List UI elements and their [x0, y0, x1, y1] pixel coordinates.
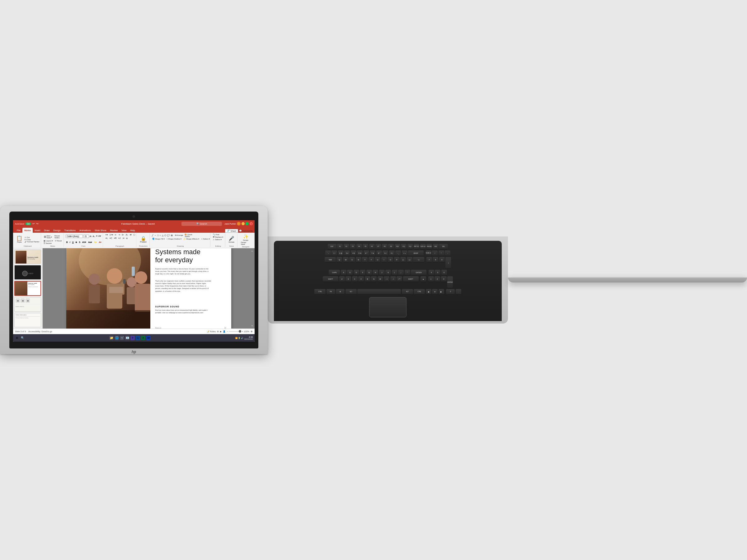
reset-button[interactable]: ↺ Reset — [54, 240, 62, 242]
align-center-button[interactable]: ≡C — [109, 237, 113, 240]
tab-design[interactable]: Design — [51, 228, 62, 233]
key-p[interactable]: P — [394, 257, 400, 263]
key-u[interactable]: U — [375, 257, 380, 263]
key-f11[interactable]: F11 — [401, 244, 407, 249]
key-num8[interactable]: 8 — [433, 257, 438, 263]
key-s[interactable]: S — [347, 270, 353, 275]
key-semicolon[interactable]: ; : — [398, 270, 404, 275]
key-tab[interactable]: TAB — [325, 257, 336, 263]
slides-panel[interactable]: 1 Systems made for everyday 2 — [13, 248, 43, 328]
convert-button[interactable]: ⇌ — [129, 233, 132, 236]
share-button[interactable]: 🔗 Share — [225, 229, 238, 233]
key-ctrl-r[interactable]: CTRL — [414, 289, 425, 295]
taskbar-folder-icon[interactable]: 📁 — [109, 336, 113, 340]
font-name-input[interactable]: Calibri (Body) — [66, 235, 83, 238]
maximize-button[interactable]: □ — [246, 222, 249, 225]
user-avatar[interactable]: J — [237, 222, 240, 225]
key-minus[interactable]: - _ — [395, 250, 401, 256]
key-del[interactable]: DEL — [439, 244, 448, 249]
font-color-btn2[interactable]: A▾ — [98, 241, 102, 244]
key-num3[interactable]: 3 — [441, 276, 447, 282]
key-fn[interactable]: FN — [327, 289, 335, 295]
select-all-button[interactable]: ⊹ Select ▾ — [212, 238, 222, 240]
font-decrease-button[interactable]: A↓ — [93, 235, 95, 237]
key-n[interactable]: N — [371, 276, 377, 282]
key-x[interactable]: X — [345, 276, 351, 282]
tab-file[interactable]: File — [15, 228, 22, 233]
scroll-up-button[interactable]: ▲ — [251, 249, 253, 252]
slide-thumb-4[interactable]: 4 ⊞ ⊞ ⊞ AUDIO SPECS — [14, 297, 41, 312]
key-arrow-down[interactable]: ▼ — [432, 289, 438, 295]
key-2[interactable]: 2 @ — [338, 250, 344, 256]
copy-button[interactable]: ⎘ Copy — [24, 239, 40, 240]
scroll-down-button[interactable]: ▼ — [251, 324, 253, 327]
tab-slideshow[interactable]: Slide Show — [93, 228, 108, 233]
new-slide-button[interactable]: ⊞ NewSlide ▾ — [43, 234, 53, 239]
taskbar-mail-icon[interactable]: 📧 — [125, 336, 129, 340]
tab-home[interactable]: Home — [22, 228, 33, 233]
decrease-indent-button[interactable]: ⇤ — [114, 233, 117, 236]
smartart-button[interactable]: ⬡ — [133, 233, 136, 236]
key-5[interactable]: 5 % — [357, 250, 363, 256]
key-i[interactable]: I — [381, 257, 387, 263]
key-f[interactable]: F — [360, 270, 365, 275]
key-num1[interactable]: 1 — [428, 276, 434, 282]
numbering-button[interactable]: 1≡▾ — [109, 233, 114, 236]
justify-button[interactable]: ≡J — [118, 237, 121, 240]
start-button[interactable]: ⊞ — [15, 336, 19, 340]
key-space[interactable] — [357, 289, 401, 295]
key-a[interactable]: A — [341, 270, 346, 275]
key-num4[interactable]: 4 — [429, 270, 434, 275]
key-e[interactable]: E — [349, 257, 355, 263]
notes-button[interactable]: 📝 Notes — [207, 330, 216, 333]
key-quote[interactable]: ' " — [405, 270, 410, 275]
italic-button[interactable]: I — [69, 241, 71, 244]
key-caps[interactable]: CAPS — [329, 270, 340, 275]
key-num9[interactable]: 9 — [439, 257, 445, 263]
key-numlock[interactable]: NUM LK — [426, 250, 431, 256]
taskbar-outlook-icon[interactable]: O — [136, 336, 140, 340]
slide-show-button[interactable]: ▶ — [220, 330, 222, 333]
key-m[interactable]: M — [378, 276, 383, 282]
key-rbracket[interactable]: ] } — [407, 257, 412, 263]
tab-transitions[interactable]: Transitions — [62, 228, 77, 233]
layout-button[interactable]: ▦ Layout ▾ — [43, 240, 54, 242]
taskbar-edge-icon[interactable]: 🌐 — [114, 336, 119, 340]
key-f6[interactable]: F6 — [369, 244, 375, 249]
increase-indent-button[interactable]: ⇥ — [118, 233, 121, 236]
canvas-area[interactable]: ▲ — [43, 248, 255, 328]
shadow-button[interactable]: S — [78, 241, 81, 244]
key-win[interactable]: ⊞ — [336, 289, 344, 295]
slide-thumb-5[interactable]: 5 Order Information Product details and … — [14, 313, 41, 327]
tab-insert[interactable]: Insert — [33, 228, 42, 233]
key-o[interactable]: O — [387, 257, 393, 263]
paste-button[interactable]: 📋 Paste — [15, 233, 23, 245]
key-esc[interactable]: ESC — [328, 244, 336, 249]
key-c[interactable]: C — [352, 276, 358, 282]
undo-icon[interactable]: ↩ — [32, 222, 35, 225]
key-r[interactable]: R — [356, 257, 361, 263]
design-ideas-button[interactable]: ✨ Design Design Ideas — [239, 233, 252, 246]
key-k[interactable]: K — [385, 270, 391, 275]
touchpad[interactable] — [369, 297, 407, 317]
key-ctrl-l[interactable]: CTRL — [314, 289, 326, 295]
highlight-button[interactable]: A▾ — [93, 241, 97, 244]
shape-arrow-icon[interactable]: → — [154, 234, 157, 237]
key-num-divide[interactable]: / — [432, 250, 438, 256]
slide-sorter-button[interactable]: ⊞ — [217, 330, 219, 333]
key-f1[interactable]: F1 — [337, 244, 343, 249]
shape-outline-button[interactable]: □ Shape Outline ▾ — [166, 238, 182, 240]
key-num0[interactable]: 0 — [446, 289, 455, 295]
key-shift-r[interactable]: SHIFT — [403, 276, 419, 282]
key-6[interactable]: 6 ^ — [364, 250, 369, 256]
format-painter-button[interactable]: 🖌 Format Painter — [24, 241, 40, 243]
font-size-input[interactable]: 21 — [83, 235, 89, 238]
line-spacing-button[interactable]: ↕▾ — [121, 237, 125, 240]
key-backslash[interactable]: \ | — [413, 257, 424, 263]
key-l[interactable]: L — [392, 270, 397, 275]
key-pause[interactable]: PAUSE — [427, 244, 432, 249]
zoom-out-button[interactable]: − — [227, 330, 228, 332]
key-ins[interactable]: INS — [433, 244, 439, 249]
key-1[interactable]: 1 ! — [332, 250, 337, 256]
slide-canvas[interactable]: Malorum Systems madefor everyday Superio… — [66, 248, 231, 328]
